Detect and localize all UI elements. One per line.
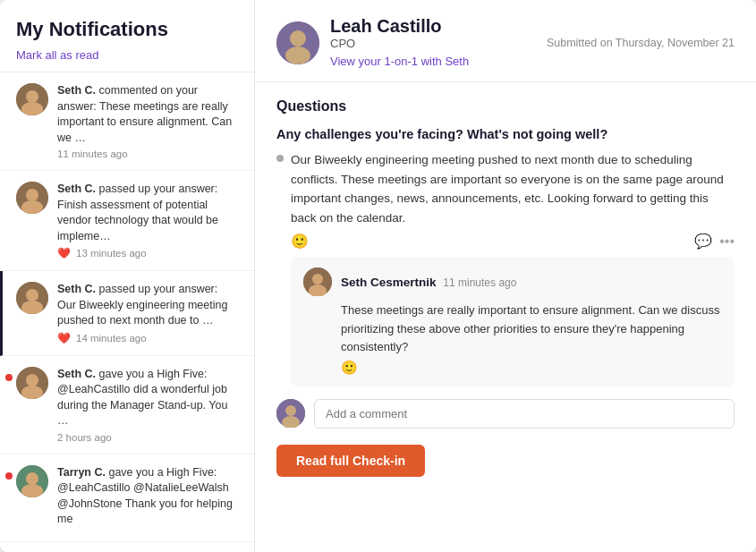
mark-all-read-link[interactable]: Mark all as read (16, 48, 98, 62)
answer-footer: 🙂 💬 ••• (276, 233, 735, 250)
svg-point-4 (26, 189, 38, 201)
notification-item[interactable]: Seth C. commented on your answer: These … (0, 72, 254, 171)
notification-content: Seth C. gave you a High Five: @LeahCasti… (57, 367, 238, 443)
checkin-user-avatar (276, 21, 319, 64)
add-comment-row (276, 399, 735, 429)
read-full-checkin-button[interactable]: Read full Check-in (276, 445, 425, 477)
checkin-user-info: Leah Castillo CPO View your 1-on-1 with … (276, 16, 469, 69)
svg-point-22 (285, 405, 296, 416)
notification-time: 14 minutes ago (76, 333, 147, 344)
checkin-user-details: Leah Castillo CPO View your 1-on-1 with … (330, 16, 469, 69)
svg-point-19 (312, 274, 323, 284)
unread-dot (5, 374, 13, 381)
notification-text: Seth C. commented on your answer: These … (57, 83, 238, 146)
notification-meta: ❤️ 13 minutes ago (57, 247, 238, 259)
svg-point-17 (285, 47, 310, 64)
current-user-avatar (276, 399, 305, 428)
comment-icon-button[interactable]: 💬 (694, 233, 712, 250)
comment-block: Seth Cesmertnik 11 minutes ago These mee… (291, 257, 735, 386)
heart-icon: ❤️ (57, 332, 71, 344)
answer-actions: 💬 ••• (694, 233, 735, 250)
question-title: Any challenges you're facing? What's not… (276, 127, 735, 141)
checkin-header: Leah Castillo CPO View your 1-on-1 with … (255, 0, 756, 82)
svg-point-16 (290, 30, 306, 47)
notification-avatar (16, 282, 48, 314)
notification-time: 13 minutes ago (76, 248, 147, 259)
questions-section-title: Questions (276, 98, 735, 115)
answer-text: Our Biweekly engineering meeting pushed … (291, 150, 735, 227)
notification-item[interactable]: Tarryn C. gave you a High Five: @LeahCas… (0, 454, 254, 542)
notification-content: Seth C. passed up your answer: Finish as… (57, 182, 238, 259)
notification-meta: ❤️ 14 minutes ago (57, 332, 238, 344)
notification-content: Seth C. commented on your answer: These … (57, 83, 238, 159)
notification-item[interactable]: Seth C. passed up your answer: Finish as… (0, 171, 254, 271)
notification-content: Tarryn C. gave you a High Five: @LeahCas… (57, 465, 238, 531)
heart-icon: ❤️ (57, 247, 71, 259)
notifications-header: My Notifications Mark all as read (0, 0, 254, 72)
checkin-user-role: CPO (330, 37, 469, 50)
checkin-body: Questions Any challenges you're facing? … (255, 82, 756, 552)
notification-item[interactable]: Seth C. passed up your answer: Our Biwee… (0, 271, 254, 356)
comment-time: 11 minutes ago (440, 276, 516, 289)
notification-text: Seth C. passed up your answer: Finish as… (57, 182, 238, 244)
notification-text: Seth C. passed up your answer: Our Biwee… (57, 282, 238, 329)
right-panel: Leah Castillo CPO View your 1-on-1 with … (255, 0, 756, 552)
app-container: My Notifications Mark all as read Seth C… (0, 0, 756, 552)
add-comment-input[interactable] (314, 399, 735, 429)
answer-block: Our Biweekly engineering meeting pushed … (276, 150, 735, 227)
notification-time: 2 hours ago (57, 432, 112, 443)
notification-meta: 2 hours ago (57, 432, 238, 443)
notification-avatar (16, 83, 48, 115)
notification-avatar (16, 367, 48, 399)
notification-time: 11 minutes ago (57, 149, 128, 159)
notification-avatar (16, 465, 48, 497)
notifications-title: My Notifications (16, 18, 238, 41)
answer-bullet (276, 155, 284, 162)
comment-author-info: Seth Cesmertnik 11 minutes ago (341, 274, 516, 290)
comment-author-avatar (303, 268, 332, 296)
notification-text: Tarryn C. gave you a High Five: @LeahCas… (57, 465, 238, 528)
comment-text: These meetings are really important to e… (303, 301, 722, 355)
checkin-submitted-date: Submitted on Thursday, November 21 (547, 37, 735, 49)
notification-content: Seth C. passed up your answer: Our Biwee… (57, 282, 238, 344)
unread-dot (5, 472, 13, 480)
svg-point-7 (26, 289, 38, 301)
answer-emoji-button[interactable]: 🙂 (291, 233, 309, 250)
more-options-button[interactable]: ••• (719, 234, 735, 250)
svg-point-1 (26, 90, 38, 103)
comment-author-name: Seth Cesmertnik (341, 276, 437, 289)
comment-header: Seth Cesmertnik 11 minutes ago (303, 268, 722, 296)
view-one-on-one-link[interactable]: View your 1-on-1 with Seth (330, 55, 469, 68)
left-panel: My Notifications Mark all as read Seth C… (0, 0, 255, 552)
svg-point-10 (26, 374, 38, 386)
notification-meta: 11 minutes ago (57, 149, 238, 159)
svg-point-13 (26, 472, 38, 485)
notification-item[interactable]: Seth C. gave you a High Five: @LeahCasti… (0, 356, 254, 454)
checkin-user-name: Leah Castillo (330, 16, 469, 37)
notification-avatar (16, 182, 48, 214)
notifications-list: Seth C. commented on your answer: These … (0, 72, 254, 552)
notification-text: Seth C. gave you a High Five: @LeahCasti… (57, 367, 238, 429)
comment-emoji: 🙂 (303, 360, 722, 376)
